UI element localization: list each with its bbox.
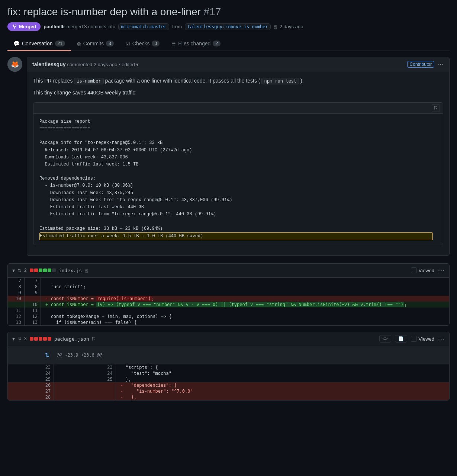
table-row: 10 - const isNumber = require('is-number… (8, 296, 449, 302)
copy-branch-icon[interactable]: ⎘ (274, 24, 277, 29)
comment-action: commented (67, 62, 92, 67)
line-num-new (54, 388, 116, 394)
line-code (41, 278, 450, 284)
table-row: 9 9 (8, 290, 449, 296)
diff-file-index-js: ▾ ⇅ 2 index.js ⎘ Viewed (7, 263, 450, 326)
line-num-new (54, 394, 116, 400)
line-num-old: 28 (8, 394, 54, 400)
table-row: 23 23 "scripts": { (8, 364, 449, 370)
diff-stat-blocks-index-js (30, 268, 56, 272)
diff-block-green-3 (48, 268, 51, 272)
viewed-checkbox-package-json[interactable] (411, 336, 417, 342)
line-num-new: 12 (24, 313, 41, 319)
diff-toggle-index-js[interactable]: ▾ (12, 267, 15, 273)
diff-block-red-p2 (34, 337, 38, 341)
diff-filename-package-json: package.json (54, 336, 89, 342)
diff-file-package-json: ▾ ⇅ 3 package.json ⎘ <> 📄 Viewed (7, 332, 450, 401)
diff-table-index-js: 7 7 8 8 'use strict'; 9 9 10 (8, 278, 449, 325)
pr-source-branch[interactable]: talentlessguy:remove-is-number (185, 23, 271, 30)
tab-commits-count: 3 (106, 41, 114, 46)
raw-button[interactable]: <> (379, 335, 391, 342)
copy-filename-package-json[interactable]: ⎘ (92, 336, 95, 342)
tab-checks[interactable]: ☑ Checks 0 (120, 37, 165, 51)
viewed-label-package-json: Viewed (419, 336, 434, 342)
comment-actions: Contributor ··· (407, 60, 444, 68)
avatar: 🦊 (7, 57, 22, 72)
tab-conversation-label: Conversation (22, 41, 53, 46)
tab-commits[interactable]: ◎ Commits 3 (71, 37, 120, 51)
line-code: const toRegexRange = (min, max, options)… (41, 313, 450, 319)
line-num-new (24, 296, 41, 302)
comment-body: This PR replaces is-number package with … (27, 71, 449, 255)
line-code: - "is-number": "^7.0.0" (116, 388, 449, 394)
comment-traffic-text: This tiny change saves 440GB weekly traf… (33, 90, 136, 96)
diff-block-red-p4 (43, 337, 47, 341)
hunk-expand-cell: ⇅ (8, 346, 54, 364)
tab-files-changed[interactable]: ☰ Files changed 2 (165, 37, 226, 51)
diff-count-index-js: 2 (24, 268, 27, 273)
comment-time: 2 days ago (94, 62, 118, 67)
line-num-new: 9 (24, 290, 41, 296)
comment-edited[interactable]: • edited ▾ (119, 62, 139, 67)
line-code (41, 308, 450, 313)
tab-conversation-count: 21 (55, 41, 65, 46)
code-block-header: ⎘ (33, 103, 443, 114)
line-num-old: 25 (8, 376, 54, 382)
comment-more-menu[interactable]: ··· (437, 60, 444, 68)
table-row: 10 + const isNumber = (v) => (typeof v =… (8, 302, 449, 308)
diff-file-header-index-js: ▾ ⇅ 2 index.js ⎘ Viewed (8, 264, 449, 278)
tabs-bar: 💬 Conversation 21 ◎ Commits 3 ☑ Checks 0… (7, 37, 450, 51)
code-block: ⎘ Package size report ==================… (33, 102, 443, 245)
table-row: 28 - }, (8, 394, 449, 400)
pr-title: fix: replace is-number dep with a one-li… (7, 6, 450, 18)
comment-header: talentlessguy commented 2 days ago • edi… (27, 57, 449, 71)
comment-box: talentlessguy commented 2 days ago • edi… (27, 57, 450, 256)
line-code: }, (116, 376, 449, 382)
avatar-image: 🦊 (7, 57, 22, 72)
line-num-old: 8 (8, 284, 24, 290)
conversation-icon: 💬 (13, 41, 20, 46)
line-num-old: 27 (8, 388, 54, 394)
diff-more-menu-package-json[interactable]: ··· (438, 335, 445, 343)
diff-toggle-package-json[interactable]: ▾ (12, 336, 15, 342)
line-num-new: 23 (54, 364, 116, 370)
line-code: - }, (116, 394, 449, 400)
line-code (41, 290, 450, 296)
tab-conversation[interactable]: 💬 Conversation 21 (7, 37, 71, 51)
table-row: 24 24 "test": "mocha" (8, 370, 449, 376)
tab-files-changed-label: Files changed (178, 41, 210, 46)
line-code: "test": "mocha" (116, 370, 449, 376)
diff-table-package-json: ⇅ @@ -23,9 +23,6 @@ 23 23 "scripts": { 2… (8, 346, 449, 400)
line-num-new: 10 (24, 302, 41, 308)
comment-paragraph-1: This PR replaces is-number package with … (33, 77, 443, 85)
line-num-old: 9 (8, 290, 24, 296)
table-row: 7 7 (8, 278, 449, 284)
line-num-new: 7 (24, 278, 41, 284)
pr-target-branch[interactable]: micromatch:master (118, 23, 169, 30)
comment-author-meta: talentlessguy commented 2 days ago • edi… (32, 61, 139, 67)
page-wrapper: fix: replace is-number dep with a one-li… (0, 0, 457, 406)
table-row: 11 11 (8, 308, 449, 313)
comment-paragraph-2: This tiny change saves 440GB weekly traf… (33, 89, 443, 97)
table-row: 25 25 }, (8, 376, 449, 382)
line-num-old (8, 302, 24, 308)
copy-code-button[interactable]: ⎘ (432, 104, 440, 112)
table-row: 27 - "is-number": "^7.0.0" (8, 388, 449, 394)
hunk-expand-button[interactable]: ⇅ (43, 352, 51, 359)
file-view-button[interactable]: 📄 (395, 335, 407, 342)
copy-filename-index-js[interactable]: ⎘ (85, 268, 88, 273)
line-num-old: 12 (8, 313, 24, 319)
line-code: "scripts": { (116, 364, 449, 370)
line-num-new (54, 382, 116, 388)
line-num-old: 26 (8, 382, 54, 388)
viewed-check-index-js: Viewed (411, 267, 434, 273)
diff-more-menu-index-js[interactable]: ··· (438, 267, 445, 274)
viewed-checkbox-index-js[interactable] (411, 267, 417, 273)
tab-checks-count: 0 (152, 41, 160, 46)
comment-author[interactable]: talentlessguy (32, 61, 65, 67)
diff-file-title-index-js: ▾ ⇅ 2 index.js ⎘ (12, 267, 88, 273)
line-code: - "dependencies": { (116, 382, 449, 388)
hunk-header-text: @@ -23,9 +23,6 @@ (54, 346, 449, 364)
code-block-content: Package size report =================== … (33, 114, 443, 245)
diff-block-red-p5 (48, 337, 51, 341)
